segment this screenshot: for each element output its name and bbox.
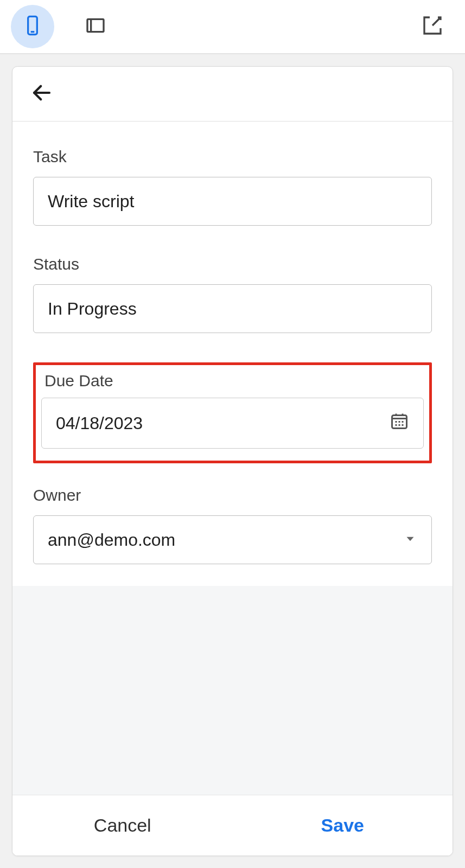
due-date-field-highlighted: Due Date 04/18/2023 [33, 362, 432, 463]
owner-value: ann@demo.com [48, 530, 175, 550]
form-body: Task Write script Status In Progress Due… [12, 122, 453, 586]
back-arrow-icon [30, 81, 53, 106]
task-input[interactable]: Write script [33, 177, 432, 226]
svg-rect-14 [402, 424, 404, 426]
owner-field: Owner ann@demo.com [33, 486, 432, 564]
due-date-input[interactable]: 04/18/2023 [41, 398, 424, 449]
save-button[interactable]: Save [233, 795, 453, 856]
status-field: Status In Progress [33, 255, 432, 333]
tablet-icon [85, 15, 106, 39]
mobile-icon [22, 15, 43, 39]
svg-rect-9 [396, 421, 397, 423]
preview-area: Task Write script Status In Progress Due… [0, 53, 465, 868]
due-date-value: 04/18/2023 [56, 413, 143, 433]
back-button[interactable] [29, 81, 55, 107]
cancel-button[interactable]: Cancel [12, 795, 233, 856]
tablet-preview-button[interactable] [74, 5, 117, 48]
form-spacer [12, 586, 453, 795]
svg-marker-15 [407, 537, 414, 541]
form-card: Task Write script Status In Progress Due… [12, 66, 453, 856]
status-label: Status [33, 255, 432, 273]
svg-rect-11 [402, 421, 404, 423]
toolbar-right [411, 5, 454, 48]
calendar-icon [390, 411, 409, 435]
svg-rect-13 [399, 424, 400, 426]
svg-rect-12 [396, 424, 397, 426]
external-link-icon [422, 15, 443, 39]
toolbar-left [11, 5, 117, 48]
chevron-down-icon [403, 530, 417, 550]
task-field: Task Write script [33, 148, 432, 226]
status-input[interactable]: In Progress [33, 284, 432, 333]
mobile-preview-button[interactable] [11, 5, 54, 48]
footer-bar: Cancel Save [12, 795, 453, 856]
status-value: In Progress [48, 299, 137, 319]
card-header [12, 67, 453, 122]
owner-select[interactable]: ann@demo.com [33, 515, 432, 564]
due-date-label: Due Date [44, 372, 424, 390]
task-value: Write script [48, 192, 134, 212]
open-external-button[interactable] [411, 5, 454, 48]
device-toolbar [0, 0, 465, 53]
svg-rect-2 [87, 19, 104, 31]
owner-label: Owner [33, 486, 432, 505]
svg-rect-10 [399, 421, 400, 423]
task-label: Task [33, 148, 432, 166]
